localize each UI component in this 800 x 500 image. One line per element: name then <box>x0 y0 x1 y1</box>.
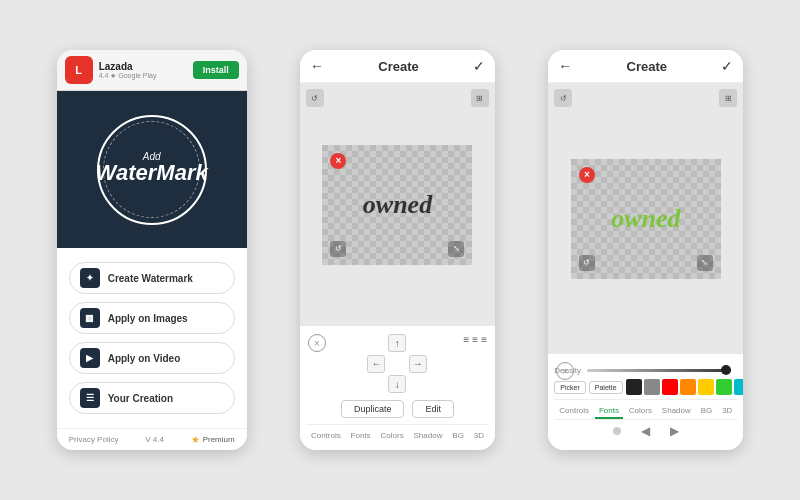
watermark-text-green[interactable]: owned <box>611 204 680 234</box>
swatch-orange[interactable] <box>680 379 696 395</box>
density-slider[interactable] <box>587 369 731 372</box>
edit-button[interactable]: Edit <box>412 400 454 418</box>
menu-create-watermark[interactable]: ✦ Create Watermark <box>69 262 235 294</box>
swatch-green[interactable] <box>716 379 732 395</box>
check-icon[interactable]: ✓ <box>473 58 485 74</box>
wm-add-label: Add <box>143 151 161 162</box>
close-circle-button[interactable]: × <box>308 334 326 352</box>
check-icon[interactable]: ✓ <box>721 58 733 74</box>
create-watermark-icon: ✦ <box>80 268 100 288</box>
rotate-button[interactable]: ↺ <box>330 241 346 257</box>
resize-button[interactable]: ⤡ <box>448 241 464 257</box>
main-container: L Lazada 4.4 ★ Google Play Install Add W… <box>0 0 800 500</box>
phone2-controls: × ↑ ← → ↓ ≡ ≡ ≡ <box>300 326 495 450</box>
phone1-footer: Privacy Policy V 4.4 ★ Premium <box>57 428 247 450</box>
resize-button[interactable]: ⤡ <box>697 255 713 271</box>
top-icons: ↺ <box>306 89 324 107</box>
apply-video-icon: ▶ <box>80 348 100 368</box>
align-buttons: ≡ ≡ ≡ <box>463 334 487 345</box>
grid-icon[interactable]: ⊞ <box>471 89 489 107</box>
app-store-name: Lazada <box>99 61 157 72</box>
install-button[interactable]: Install <box>193 61 239 79</box>
next-nav-button[interactable]: ▶ <box>670 424 679 438</box>
phone3-canvas: ↺ ⊞ × owned ↺ ⤡ <box>548 83 743 354</box>
create-title: Create <box>627 59 667 74</box>
up-button[interactable]: ↑ <box>388 334 406 352</box>
phone1-header: L Lazada 4.4 ★ Google Play Install <box>57 50 247 91</box>
back-arrow-icon[interactable]: ← <box>558 58 572 74</box>
nav-row: ◀ ▶ <box>554 419 737 442</box>
tab-bg[interactable]: BG <box>697 404 717 419</box>
prev-nav-button[interactable]: ◀ <box>641 424 650 438</box>
tab-bg[interactable]: BG <box>448 429 468 442</box>
swatch-red[interactable] <box>662 379 678 395</box>
left-button[interactable]: ← <box>367 355 385 373</box>
palette-button[interactable]: Palette <box>589 381 623 394</box>
tab-3d[interactable]: 3D <box>470 429 488 442</box>
phone3-controls: × Density Picker Palette <box>548 354 743 450</box>
direction-controls: × ↑ ← → ↓ ≡ ≡ ≡ <box>306 334 489 394</box>
watermark-text[interactable]: owned <box>363 190 432 220</box>
watermark-circle: Add WaterMark <box>97 115 207 225</box>
align-row: ≡ ≡ ≡ <box>463 334 487 345</box>
delete-button[interactable]: × <box>330 153 346 169</box>
phone3-mockup: ← Create ✓ ↺ ⊞ × owned ↺ ⤡ × Density <box>548 50 743 450</box>
tab-shadow[interactable]: Shadow <box>410 429 447 442</box>
grid-icon[interactable]: ⊞ <box>719 89 737 107</box>
header-left: L Lazada 4.4 ★ Google Play <box>65 56 157 84</box>
nav-dot <box>613 427 621 435</box>
tab-shadow[interactable]: Shadow <box>658 404 695 419</box>
rotate-button[interactable]: ↺ <box>579 255 595 271</box>
close-circle-button[interactable]: × <box>556 362 574 380</box>
phone3-header: ← Create ✓ <box>548 50 743 83</box>
tab-colors[interactable]: Colors <box>377 429 408 442</box>
picker-button[interactable]: Picker <box>554 381 585 394</box>
align-left-icon[interactable]: ≡ <box>463 334 469 345</box>
duplicate-button[interactable]: Duplicate <box>341 400 405 418</box>
phone1-hero: Add WaterMark <box>57 91 247 248</box>
tab-fonts-active[interactable]: Fonts <box>595 404 623 419</box>
apply-images-icon: ▦ <box>80 308 100 328</box>
down-button[interactable]: ↓ <box>388 375 406 393</box>
align-center-icon[interactable]: ≡ <box>472 334 478 345</box>
back-arrow-icon[interactable]: ← <box>310 58 324 74</box>
undo-icon[interactable]: ↺ <box>554 89 572 107</box>
menu-item-label: Your Creation <box>108 393 173 404</box>
privacy-policy-link[interactable]: Privacy Policy <box>69 435 119 444</box>
phone2-header: ← Create ✓ <box>300 50 495 83</box>
align-right-icon[interactable]: ≡ <box>481 334 487 345</box>
create-title: Create <box>378 59 418 74</box>
direction-pad: ↑ ← → ↓ <box>367 334 427 394</box>
density-row: Density <box>554 366 737 375</box>
version-label: V 4.4 <box>145 435 164 444</box>
undo-icon[interactable]: ↺ <box>306 89 324 107</box>
tab-controls[interactable]: Controls <box>307 429 345 442</box>
top-icons: ↺ <box>554 89 572 107</box>
center-button <box>388 355 406 373</box>
wm-main-label: WaterMark <box>96 162 208 184</box>
checkerboard-canvas: × owned ↺ ⤡ <box>322 145 472 265</box>
app-store-sub: 4.4 ★ Google Play <box>99 72 157 80</box>
tab-fonts[interactable]: Fonts <box>347 429 375 442</box>
menu-item-label: Apply on Video <box>108 353 181 364</box>
tab-3d[interactable]: 3D <box>718 404 736 419</box>
swatch-black[interactable] <box>626 379 642 395</box>
tab-controls[interactable]: Controls <box>555 404 593 419</box>
menu-apply-images[interactable]: ▦ Apply on Images <box>69 302 235 334</box>
menu-your-creation[interactable]: ☰ Your Creation <box>69 382 235 414</box>
app-icon: L <box>65 56 93 84</box>
tabs-row: Controls Fonts Colors Shadow BG 3D <box>554 399 737 419</box>
swatch-teal[interactable] <box>734 379 744 395</box>
your-creation-icon: ☰ <box>80 388 100 408</box>
density-thumb <box>721 365 731 375</box>
tab-colors[interactable]: Colors <box>625 404 656 419</box>
delete-button[interactable]: × <box>579 167 595 183</box>
swatch-yellow[interactable] <box>698 379 714 395</box>
menu-apply-video[interactable]: ▶ Apply on Video <box>69 342 235 374</box>
tabs-row: Controls Fonts Colors Shadow BG 3D <box>306 424 489 442</box>
swatch-gray[interactable] <box>644 379 660 395</box>
phone2-mockup: ← Create ✓ ↺ ⊞ × owned ↺ ⤡ × ↑ <box>300 50 495 450</box>
star-icon: ★ <box>191 434 200 445</box>
menu-item-label: Apply on Images <box>108 313 188 324</box>
right-button[interactable]: → <box>409 355 427 373</box>
